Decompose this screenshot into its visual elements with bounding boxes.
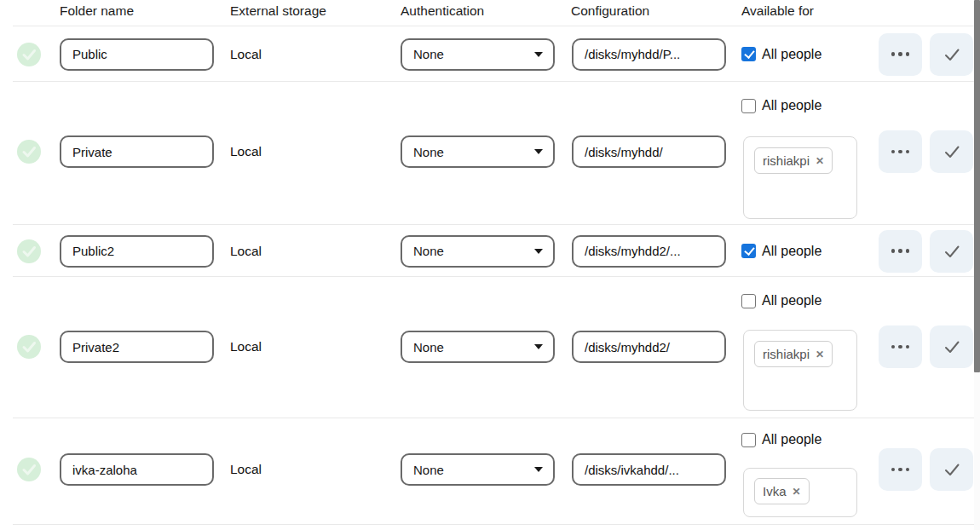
checkmark-icon <box>943 242 961 261</box>
all-people-checkbox[interactable] <box>741 433 756 447</box>
authentication-select[interactable]: None <box>401 331 555 363</box>
save-button[interactable] <box>930 448 973 491</box>
all-people-label: All people <box>762 293 821 308</box>
folder-name-input[interactable] <box>60 235 214 268</box>
status-ok-icon <box>17 140 41 164</box>
status-ok-icon <box>17 335 41 359</box>
status-ok-icon <box>17 239 41 263</box>
more-options-button[interactable] <box>879 230 922 273</box>
chevron-down-icon <box>534 149 543 154</box>
all-people-group: All people <box>741 244 821 259</box>
chevron-down-icon <box>534 344 543 349</box>
all-people-label: All people <box>762 98 821 113</box>
more-options-button[interactable] <box>879 448 922 491</box>
checkmark-icon <box>943 45 961 64</box>
more-options-button[interactable] <box>879 325 922 368</box>
status-ok-icon <box>17 458 41 481</box>
checkmark-icon <box>943 337 961 356</box>
all-people-group: All people <box>741 98 821 113</box>
chevron-down-icon <box>534 467 543 472</box>
ellipsis-icon <box>891 345 910 349</box>
table-header: Folder name External storage Authenticat… <box>0 0 974 26</box>
save-button[interactable] <box>930 325 973 368</box>
folder-name-input[interactable] <box>60 453 214 486</box>
all-people-label: All people <box>762 432 821 447</box>
storage-row-private: All people rishiakpi ✕ Local None <box>0 82 974 225</box>
checkmark-icon <box>943 460 961 479</box>
storage-row-public: Local None All people <box>0 26 974 82</box>
storage-row-public2: Local None All people <box>0 225 974 277</box>
external-storage-value: Local <box>230 244 262 259</box>
ellipsis-icon <box>891 52 910 56</box>
more-options-button[interactable] <box>879 33 922 76</box>
authentication-select[interactable]: None <box>401 453 555 486</box>
chevron-down-icon <box>534 249 543 254</box>
checkmark-icon <box>943 142 961 161</box>
authentication-value: None <box>413 244 444 258</box>
ellipsis-icon <box>891 249 910 253</box>
header-folder-name: Folder name <box>60 3 134 19</box>
configuration-input[interactable] <box>572 453 726 486</box>
vertical-scrollbar[interactable] <box>974 0 980 530</box>
folder-name-input[interactable] <box>60 38 214 71</box>
all-people-label: All people <box>762 244 821 259</box>
more-options-button[interactable] <box>879 130 922 173</box>
authentication-value: None <box>413 340 444 354</box>
all-people-checkbox[interactable] <box>741 294 756 308</box>
authentication-select[interactable]: None <box>401 235 555 268</box>
configuration-input[interactable] <box>572 38 726 71</box>
configuration-input[interactable] <box>572 235 726 268</box>
folder-name-input[interactable] <box>60 135 214 168</box>
all-people-checkbox[interactable] <box>741 47 756 61</box>
ellipsis-icon <box>891 468 910 472</box>
all-people-label: All people <box>762 47 821 62</box>
save-button[interactable] <box>930 230 973 273</box>
all-people-checkbox[interactable] <box>741 244 756 258</box>
external-storage-value: Local <box>230 47 262 62</box>
authentication-value: None <box>413 47 444 61</box>
authentication-value: None <box>413 463 444 477</box>
header-configuration: Configuration <box>571 3 649 19</box>
all-people-group: All people <box>741 47 821 62</box>
external-storage-value: Local <box>230 339 262 354</box>
authentication-value: None <box>413 145 444 159</box>
status-ok-icon <box>17 43 41 66</box>
scrollbar-thumb[interactable] <box>974 0 980 372</box>
folder-name-input[interactable] <box>60 331 214 363</box>
header-external-storage: External storage <box>230 3 326 19</box>
chevron-down-icon <box>534 52 543 57</box>
external-storage-value: Local <box>230 462 262 477</box>
all-people-group: All people <box>741 432 821 447</box>
authentication-select[interactable]: None <box>401 135 555 168</box>
header-authentication: Authentication <box>401 3 484 19</box>
external-storage-settings: Folder name External storage Authenticat… <box>0 0 980 530</box>
ellipsis-icon <box>891 150 910 154</box>
all-people-checkbox[interactable] <box>741 99 756 113</box>
external-storage-value: Local <box>230 144 262 159</box>
all-people-group: All people <box>741 293 821 308</box>
header-available-for: Available for <box>741 3 814 19</box>
save-button[interactable] <box>930 33 973 76</box>
storage-row-private2: All people rishiakpi ✕ Local None <box>0 277 974 418</box>
authentication-select[interactable]: None <box>401 38 555 71</box>
save-button[interactable] <box>930 130 973 173</box>
configuration-input[interactable] <box>572 331 726 363</box>
configuration-input[interactable] <box>572 135 726 168</box>
storage-row-ivka-zaloha: All people Ivka ✕ Local None <box>0 418 974 525</box>
